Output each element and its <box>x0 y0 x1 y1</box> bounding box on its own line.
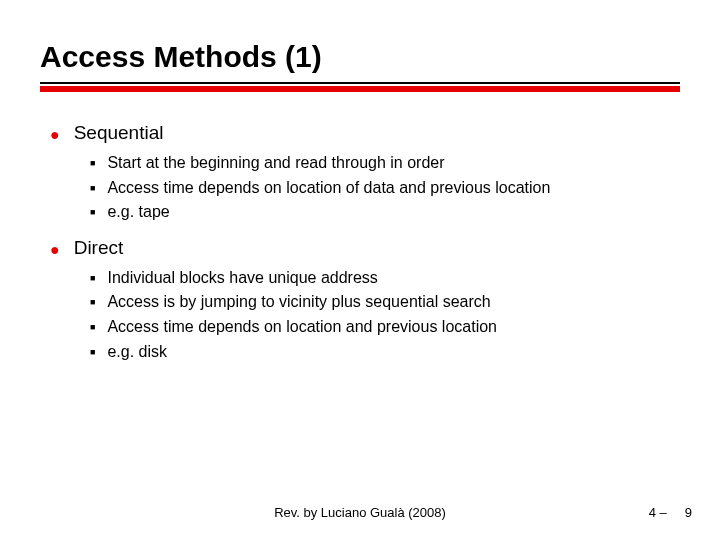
subbullet-row: ■ Access is by jumping to vicinity plus … <box>90 291 680 313</box>
rule-thin <box>40 82 680 84</box>
bullet-label: Sequential <box>74 122 164 144</box>
rule-thick <box>40 86 680 92</box>
subbullet-text: Access time depends on location and prev… <box>107 316 497 338</box>
subbullet-text: Access time depends on location of data … <box>107 177 550 199</box>
subbullet-row: ■ e.g. disk <box>90 341 680 363</box>
footer-revision: Rev. by Luciano Gualà (2008) <box>274 505 446 520</box>
slide-title: Access Methods (1) <box>40 40 680 74</box>
subbullet-text: Individual blocks have unique address <box>107 267 377 289</box>
bullet-label: Direct <box>74 237 124 259</box>
bullet-row: ● Sequential <box>50 122 680 144</box>
footer-chapter: 4 – <box>649 505 667 520</box>
footer-page-number: 9 <box>685 505 692 520</box>
subbullet-row: ■ Start at the beginning and read throug… <box>90 152 680 174</box>
subbullet-text: e.g. tape <box>107 201 169 223</box>
subbullets-sequential: ■ Start at the beginning and read throug… <box>50 152 680 223</box>
subbullet-row: ■ e.g. tape <box>90 201 680 223</box>
square-bullet-icon: ■ <box>90 183 95 193</box>
subbullets-direct: ■ Individual blocks have unique address … <box>50 267 680 362</box>
subbullet-row: ■ Access time depends on location and pr… <box>90 316 680 338</box>
square-bullet-icon: ■ <box>90 347 95 357</box>
square-bullet-icon: ■ <box>90 207 95 217</box>
bullet-sequential: ● Sequential ■ Start at the beginning an… <box>50 122 680 223</box>
square-bullet-icon: ■ <box>90 273 95 283</box>
disc-bullet-icon: ● <box>50 242 60 258</box>
footer-page-group: 4 – 9 <box>649 505 692 520</box>
bullet-direct: ● Direct ■ Individual blocks have unique… <box>50 237 680 362</box>
slide: Access Methods (1) ● Sequential ■ Start … <box>0 0 720 362</box>
subbullet-text: Start at the beginning and read through … <box>107 152 444 174</box>
disc-bullet-icon: ● <box>50 127 60 143</box>
slide-content: ● Sequential ■ Start at the beginning an… <box>40 122 680 362</box>
square-bullet-icon: ■ <box>90 158 95 168</box>
square-bullet-icon: ■ <box>90 322 95 332</box>
bullet-row: ● Direct <box>50 237 680 259</box>
subbullet-text: e.g. disk <box>107 341 167 363</box>
subbullet-row: ■ Access time depends on location of dat… <box>90 177 680 199</box>
square-bullet-icon: ■ <box>90 297 95 307</box>
slide-footer: Rev. by Luciano Gualà (2008) 4 – 9 <box>0 505 720 520</box>
subbullet-row: ■ Individual blocks have unique address <box>90 267 680 289</box>
subbullet-text: Access is by jumping to vicinity plus se… <box>107 291 490 313</box>
